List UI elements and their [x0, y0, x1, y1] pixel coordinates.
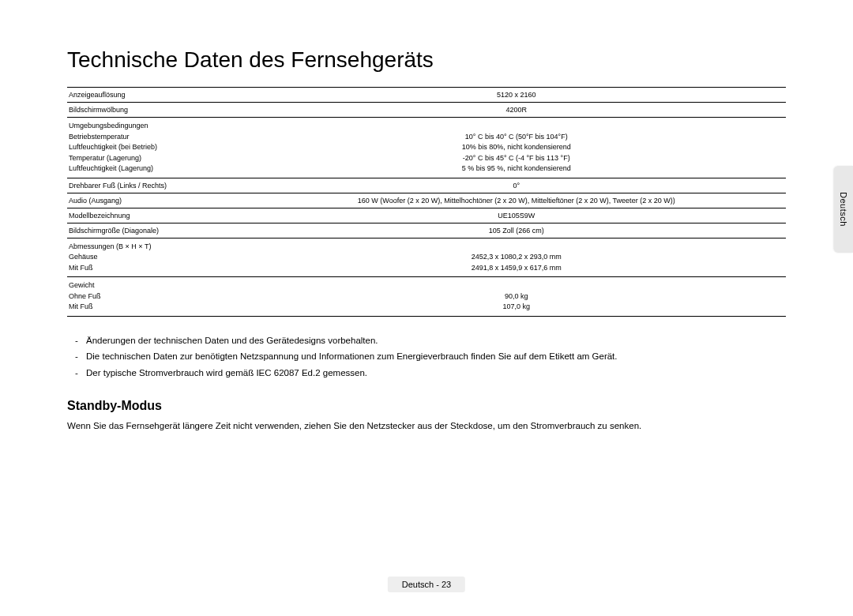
- standby-heading: Standby-Modus: [67, 399, 786, 413]
- spec-sublabel: Luftfeuchtigkeit (bei Betrieb): [69, 142, 246, 153]
- table-row: Abmessungen (B × H × T) Gehäuse Mit Fuß …: [67, 238, 786, 277]
- spec-label: Bildschirmgröße (Diagonale): [67, 223, 247, 238]
- page-footer: Deutsch - 23: [388, 577, 465, 592]
- note-text: Änderungen der technischen Daten und des…: [86, 332, 378, 349]
- page-title: Technische Daten des Fernsehgeräts: [67, 47, 786, 73]
- spec-value: 105 Zoll (266 cm): [247, 223, 787, 238]
- spec-label: Abmessungen (B × H × T) Gehäuse Mit Fuß: [67, 238, 247, 277]
- spec-label: Modellbezeichnung: [67, 208, 247, 223]
- spec-subvalue: 10% bis 80%, nicht kondensierend: [249, 142, 785, 153]
- notes-block: -Änderungen der technischen Daten und de…: [67, 332, 786, 381]
- spec-subvalue: [249, 280, 785, 291]
- language-tab-label: Deutsch: [839, 192, 848, 227]
- spec-value: 160 W (Woofer (2 x 20 W), Mittelhochtöne…: [247, 193, 787, 208]
- spec-value: 90,0 kg 107,0 kg: [247, 277, 787, 317]
- spec-value: UE105S9W: [247, 208, 787, 223]
- page-content: Technische Daten des Fernsehgeräts Anzei…: [0, 0, 853, 456]
- spec-value: 4200R: [247, 103, 787, 118]
- spec-subvalue: 107,0 kg: [249, 302, 785, 313]
- table-row: Gewicht Ohne Fuß Mit Fuß 90,0 kg 107,0 k…: [67, 277, 786, 317]
- spec-value: 5120 x 2160: [247, 88, 787, 103]
- spec-label: Audio (Ausgang): [67, 193, 247, 208]
- note-line: -Die technischen Daten zur benötigten Ne…: [75, 348, 786, 365]
- spec-label: Umgebungsbedingungen Betriebstemperatur …: [67, 118, 247, 178]
- spec-sublabel: Mit Fuß: [69, 302, 246, 313]
- spec-sublabel: Betriebstemperatur: [69, 132, 246, 143]
- spec-value: 2452,3 x 1080,2 x 293,0 mm 2491,8 x 1459…: [247, 238, 787, 277]
- table-row: Bildschirmgröße (Diagonale) 105 Zoll (26…: [67, 223, 786, 238]
- spec-label: Anzeigeauflösung: [67, 88, 247, 103]
- spec-subvalue: 90,0 kg: [249, 291, 785, 302]
- table-row: Anzeigeauflösung 5120 x 2160: [67, 88, 786, 103]
- table-row: Bildschirmwölbung 4200R: [67, 103, 786, 118]
- table-row: Audio (Ausgang) 160 W (Woofer (2 x 20 W)…: [67, 193, 786, 208]
- spec-table: Anzeigeauflösung 5120 x 2160 Bildschirmw…: [67, 87, 786, 317]
- spec-value: 0°: [247, 178, 787, 193]
- spec-subvalue: [249, 242, 785, 253]
- language-tab[interactable]: Deutsch: [834, 166, 853, 253]
- spec-label: Gewicht Ohne Fuß Mit Fuß: [67, 277, 247, 317]
- spec-sublabel: Temperatur (Lagerung): [69, 153, 246, 164]
- spec-sublabel: Umgebungsbedingungen: [69, 121, 246, 132]
- spec-sublabel: Mit Fuß: [69, 263, 246, 274]
- dash-icon: -: [75, 365, 86, 381]
- spec-subvalue: 2491,8 x 1459,9 x 617,6 mm: [249, 263, 785, 274]
- note-text: Der typische Stromverbrauch wird gemäß I…: [86, 365, 367, 381]
- spec-subvalue: 10° C bis 40° C (50°F bis 104°F): [249, 132, 785, 143]
- note-text: Die technischen Daten zur benötigten Net…: [86, 348, 618, 365]
- table-row: Drehbarer Fuß (Links / Rechts) 0°: [67, 178, 786, 193]
- table-row: Umgebungsbedingungen Betriebstemperatur …: [67, 118, 786, 178]
- spec-subvalue: -20° C bis 45° C (-4 °F bis 113 °F): [249, 153, 785, 164]
- dash-icon: -: [75, 348, 86, 365]
- spec-subvalue: [249, 121, 785, 132]
- table-row: Modellbezeichnung UE105S9W: [67, 208, 786, 223]
- spec-label: Drehbarer Fuß (Links / Rechts): [67, 178, 247, 193]
- note-line: -Der typische Stromverbrauch wird gemäß …: [75, 365, 786, 381]
- spec-sublabel: Gehäuse: [69, 252, 246, 263]
- note-line: -Änderungen der technischen Daten und de…: [75, 332, 786, 349]
- spec-subvalue: 5 % bis 95 %, nicht kondensierend: [249, 163, 785, 175]
- spec-sublabel: Ohne Fuß: [69, 291, 246, 302]
- spec-label: Bildschirmwölbung: [67, 103, 247, 118]
- spec-value: 10° C bis 40° C (50°F bis 104°F) 10% bis…: [247, 118, 787, 178]
- spec-subvalue: 2452,3 x 1080,2 x 293,0 mm: [249, 252, 785, 263]
- spec-sublabel: Abmessungen (B × H × T): [69, 242, 246, 253]
- dash-icon: -: [75, 332, 86, 349]
- spec-sublabel: Gewicht: [69, 280, 246, 291]
- spec-sublabel: Luftfeuchtigkeit (Lagerung): [69, 163, 246, 175]
- standby-text: Wenn Sie das Fernsehgerät längere Zeit n…: [67, 419, 786, 433]
